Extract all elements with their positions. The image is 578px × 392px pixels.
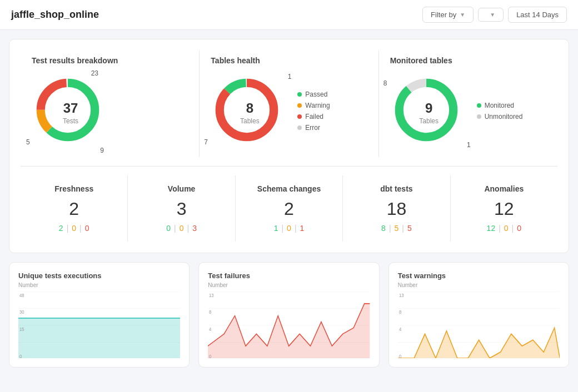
error-dot (297, 125, 302, 130)
svg-text:15: 15 (19, 327, 24, 333)
main-content: Test results breakdown 23 5 9 (0, 30, 578, 376)
anomalies-green: 12 (487, 224, 496, 233)
test-results-donut-wrap: 23 5 9 37 Tests (32, 74, 188, 152)
date-range-button[interactable]: Last 14 Days (508, 7, 567, 23)
failed-dot (297, 114, 302, 119)
test-failures-chart: Test failures Number 13 8 4 0 05/7 (198, 262, 379, 368)
dbt-tests-stat: dbt tests 18 8 | 5 | 5 (343, 175, 450, 242)
warning-dot (297, 103, 302, 108)
tables-health-section: Tables health 1 7 8 Tables (200, 51, 378, 157)
svg-text:0: 0 (399, 354, 402, 358)
legend-passed: Passed (297, 91, 330, 98)
test-failures-chart-area: 13 8 4 0 05/7 07/7 09/7 11/7 13/7 15/7 1… (208, 292, 370, 358)
schema-red: 1 (300, 224, 305, 233)
legend-failed: Failed (297, 113, 330, 120)
monitored-legend: Monitored Unmonitored (477, 102, 523, 124)
tables-health-center: 8 Tables (240, 100, 260, 125)
freshness-stat: Freshness 2 2 | 0 | 0 (21, 175, 128, 242)
svg-text:13: 13 (209, 293, 214, 298)
top-metrics-row: Test results breakdown 23 5 9 (21, 51, 557, 157)
schema-orange: 0 (287, 224, 291, 233)
svg-text:48: 48 (19, 293, 24, 298)
anomalies-stat: Anomalies 12 12 | 0 | 0 (451, 175, 557, 242)
warning-count: 5 (26, 138, 30, 146)
test-warnings-chart: Test warnings Number 13 8 4 0 05/7 (388, 262, 569, 368)
monitored-center: 9 Tables (419, 100, 439, 125)
passed-dot (297, 92, 302, 97)
svg-marker-12 (18, 318, 180, 358)
top-metrics-card: Test results breakdown 23 5 9 (9, 39, 569, 253)
schema-green: 1 (274, 224, 278, 233)
volume-red: 3 (192, 224, 197, 233)
legend-monitored: Monitored (477, 102, 523, 109)
svg-text:4: 4 (209, 327, 212, 333)
th-failed-count: 7 (204, 138, 208, 146)
unmonitored-dot (477, 114, 481, 119)
svg-text:4: 4 (399, 327, 402, 333)
monitored-donut-wrap: 8 1 9 Tables (390, 74, 546, 152)
monitored-donut: 8 1 9 Tables (390, 74, 468, 152)
test-results-title: Test results breakdown (32, 56, 188, 65)
volume-green: 0 (166, 224, 171, 233)
legend-warning: Warning (297, 102, 330, 109)
volume-orange: 0 (180, 224, 184, 233)
unique-tests-chart: Unique tests executions Number 48 30 1 (9, 262, 190, 368)
freshness-green: 2 (59, 224, 63, 233)
unique-tests-chart-area: 48 30 15 0 05/7 07/7 09/7 11/7 13/7 15/7… (18, 292, 180, 358)
volume-stat: Volume 3 0 | 0 | 3 (128, 175, 235, 242)
test-results-donut: 23 5 9 37 Tests (32, 74, 109, 152)
filter-dropdown[interactable]: Filter by ▼ (422, 7, 474, 23)
th-passed-count: 1 (288, 73, 292, 81)
svg-text:30: 30 (19, 310, 24, 315)
svg-text:8: 8 (209, 310, 212, 315)
monitored-tables-section: Monitored tables 8 1 9 Tables (379, 51, 557, 157)
tables-health-donut: 1 7 8 Tables (211, 74, 288, 152)
freshness-red: 0 (85, 224, 89, 233)
tables-health-title: Tables health (211, 56, 367, 65)
unmonitored-count: 1 (467, 141, 471, 149)
dbt-green: 8 (381, 224, 386, 233)
bottom-stats-row: Freshness 2 2 | 0 | 0 Volume 3 0 | 0 | (21, 175, 557, 242)
tables-health-donut-wrap: 1 7 8 Tables (211, 74, 367, 152)
app-title: jaffle_shop_online (11, 9, 422, 21)
anomalies-orange: 0 (504, 224, 509, 233)
svg-marker-29 (208, 304, 370, 358)
legend-unmonitored: Unmonitored (477, 113, 523, 120)
tables-health-legend: Passed Warning Failed Error (297, 91, 330, 135)
dbt-orange: 5 (395, 224, 399, 233)
monitored-title: Monitored tables (390, 56, 546, 65)
top-controls: Filter by ▼ ▼ Last 14 Days (422, 7, 567, 23)
charts-row: Unique tests executions Number 48 30 1 (9, 262, 569, 368)
test-results-section: Test results breakdown 23 5 9 (21, 51, 200, 157)
svg-text:13: 13 (399, 293, 404, 298)
monitored-dot (477, 103, 481, 108)
svg-text:8: 8 (399, 310, 402, 315)
legend-error: Error (297, 124, 330, 132)
test-warnings-chart-area: 13 8 4 0 05/7 07/7 09/7 11/7 13/7 15/7 1… (398, 292, 560, 358)
chevron-down-icon: ▼ (460, 12, 465, 18)
secondary-dropdown[interactable]: ▼ (478, 8, 504, 22)
dbt-red: 5 (407, 224, 412, 233)
monitored-count: 8 (383, 79, 387, 87)
failed-count: 9 (100, 147, 104, 154)
chevron-down-icon: ▼ (490, 12, 495, 18)
svg-text:0: 0 (209, 354, 212, 358)
test-results-center: 37 Tests (63, 100, 78, 125)
freshness-orange: 0 (72, 224, 76, 233)
anomalies-red: 0 (517, 224, 521, 233)
schema-changes-stat: Schema changes 2 1 | 0 | 1 (236, 175, 343, 242)
svg-text:0: 0 (19, 354, 22, 358)
